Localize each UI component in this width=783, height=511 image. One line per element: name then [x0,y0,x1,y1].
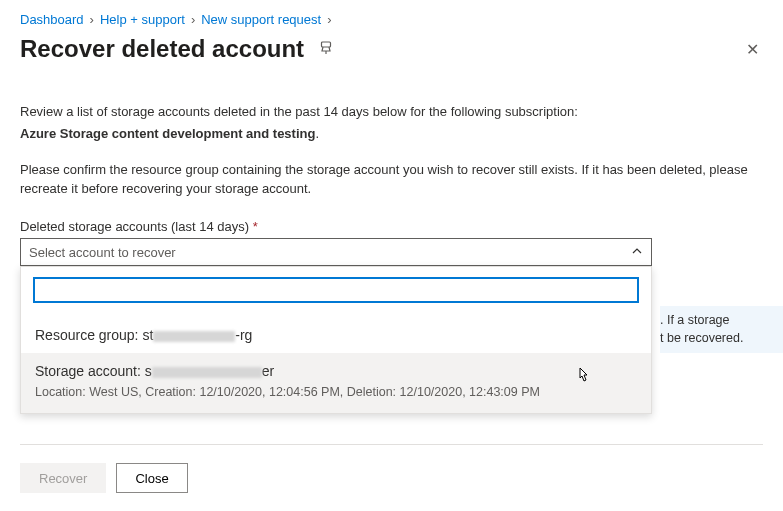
page-title: Recover deleted account [20,35,304,63]
title-bar: Recover deleted account ✕ [20,35,763,63]
subscription-name: Azure Storage content development and te… [20,125,763,143]
dropdown-container: Select account to recover . If a storage… [20,238,652,266]
breadcrumb-link-dashboard[interactable]: Dashboard [20,12,84,27]
close-icon[interactable]: ✕ [742,36,763,63]
footer-buttons: Recover Close [20,463,763,493]
chevron-right-icon: › [90,12,94,27]
field-label-text: Deleted storage accounts (last 14 days) [20,219,249,234]
chevron-right-icon: › [327,12,331,27]
breadcrumb: Dashboard › Help + support › New support… [20,12,763,27]
sa-prefix: Storage account: s [35,363,152,379]
svg-rect-0 [322,42,331,47]
redacted-text [153,331,235,342]
intro-line: Review a list of storage accounts delete… [20,103,763,121]
field-label: Deleted storage accounts (last 14 days) … [20,219,763,234]
dropdown-panel: Resource group: st-rg Storage account: s… [20,266,652,414]
breadcrumb-link-new-support-request[interactable]: New support request [201,12,321,27]
redacted-text [152,367,262,378]
option-details: Location: West US, Creation: 12/10/2020,… [35,385,637,399]
hint-line1: . If a storage [660,313,729,327]
footer-divider [20,444,763,445]
option-title: Storage account: ser [35,363,637,379]
pin-icon[interactable] [318,40,334,59]
rg-prefix: Resource group: st [35,327,153,343]
recover-button: Recover [20,463,106,493]
rg-suffix: -rg [235,327,252,343]
instruction-paragraph: Please confirm the resource group contai… [20,161,763,199]
info-banner-fragment: . If a storage t be recovered. [660,306,783,353]
dropdown-search-input[interactable] [33,277,639,303]
chevron-up-icon [631,245,643,260]
required-asterisk: * [253,219,258,234]
resource-group-header: Resource group: st-rg [21,313,651,353]
dropdown-placeholder: Select account to recover [29,245,176,260]
close-button[interactable]: Close [116,463,187,493]
hint-line2: t be recovered. [660,331,743,345]
dropdown-search-wrap [21,267,651,313]
storage-account-option[interactable]: Storage account: ser Location: West US, … [21,353,651,413]
sa-suffix: er [262,363,274,379]
account-dropdown[interactable]: Select account to recover [20,238,652,266]
chevron-right-icon: › [191,12,195,27]
breadcrumb-link-help-support[interactable]: Help + support [100,12,185,27]
dot: . [315,126,319,141]
subscription-bold: Azure Storage content development and te… [20,126,315,141]
